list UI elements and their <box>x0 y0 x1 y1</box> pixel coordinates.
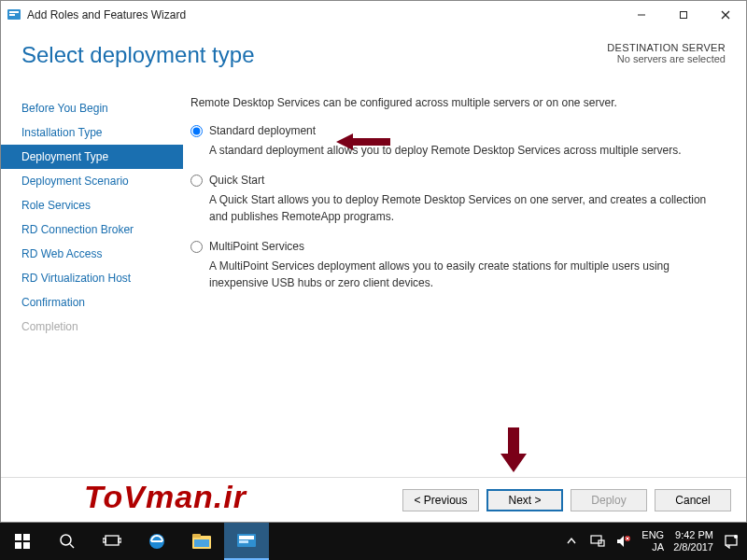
option-multipoint: MultiPoint Services A MultiPoint Service… <box>190 240 716 291</box>
previous-button[interactable]: < Previous <box>402 489 479 511</box>
option-quick-label: Quick Start <box>209 174 264 187</box>
svg-rect-24 <box>239 536 254 539</box>
option-multipoint-label: MultiPoint Services <box>209 240 304 253</box>
option-multipoint-row[interactable]: MultiPoint Services <box>190 240 716 253</box>
svg-rect-9 <box>15 534 21 540</box>
page-title: Select deployment type <box>21 42 607 68</box>
svg-rect-17 <box>119 539 121 542</box>
steps-sidebar: Before You Begin Installation Type Deplo… <box>1 96 183 477</box>
option-standard-row[interactable]: Standard deployment <box>190 124 716 137</box>
start-button[interactable] <box>0 523 45 560</box>
lang-primary: ENG <box>641 529 664 541</box>
deploy-button: Deploy <box>571 489 647 511</box>
button-bar: < Previous Next > Deploy Cancel <box>1 477 746 522</box>
svg-rect-22 <box>194 539 209 547</box>
svg-rect-12 <box>23 542 30 549</box>
svg-marker-28 <box>617 536 624 547</box>
svg-rect-25 <box>239 540 248 543</box>
tray-notifications-icon[interactable] <box>723 534 740 549</box>
svg-point-33 <box>734 535 738 539</box>
page-header: Select deployment type DESTINATION SERVE… <box>1 29 746 74</box>
svg-rect-11 <box>15 542 21 549</box>
cancel-button[interactable]: Cancel <box>655 489 731 511</box>
radio-multipoint[interactable] <box>190 241 203 253</box>
maximize-button[interactable] <box>662 2 704 29</box>
svg-marker-8 <box>500 427 527 472</box>
option-multipoint-desc: A MultiPoint Services deployment allows … <box>209 259 716 291</box>
svg-rect-2 <box>9 14 15 16</box>
destination-info: DESTINATION SERVER No servers are select… <box>607 42 726 68</box>
svg-point-13 <box>61 535 71 545</box>
option-quick-desc: A Quick Start allows you to deploy Remot… <box>209 192 716 225</box>
tray-chevron-icon[interactable] <box>563 537 580 546</box>
wizard-window: Add Roles and Features Wizard Select dep… <box>0 0 747 523</box>
search-button[interactable] <box>45 523 90 560</box>
svg-rect-16 <box>103 539 106 542</box>
window-title: Add Roles and Features Wizard <box>27 8 186 21</box>
next-button[interactable]: Next > <box>486 489 563 511</box>
svg-rect-15 <box>106 536 119 545</box>
step-deployment-type[interactable]: Deployment Type <box>1 145 183 169</box>
svg-rect-4 <box>680 12 686 19</box>
taskbar-server-manager-icon[interactable] <box>224 523 269 560</box>
tray-network-icon[interactable] <box>589 535 606 548</box>
step-confirmation[interactable]: Confirmation <box>1 290 183 315</box>
radio-standard-deployment[interactable] <box>190 125 203 137</box>
intro-text: Remote Desktop Services can be configure… <box>190 96 716 109</box>
minimize-button[interactable] <box>620 2 662 29</box>
taskbar-explorer-icon[interactable] <box>179 523 224 560</box>
tray-volume-icon[interactable] <box>615 535 632 548</box>
svg-marker-7 <box>336 133 390 150</box>
step-before-you-begin[interactable]: Before You Begin <box>1 96 183 120</box>
annotation-arrow-standard <box>336 131 392 153</box>
task-view-button[interactable] <box>90 523 134 560</box>
taskbar: ENG JA 9:42 PM 2/8/2017 <box>0 523 747 560</box>
titlebar: Add Roles and Features Wizard <box>1 1 746 29</box>
lang-secondary: JA <box>652 541 664 553</box>
step-completion: Completion <box>1 315 183 339</box>
taskbar-ie-icon[interactable] <box>134 523 179 560</box>
annotation-arrow-next <box>500 427 527 472</box>
step-rd-web-access[interactable]: RD Web Access <box>1 242 183 266</box>
svg-line-14 <box>70 544 74 548</box>
svg-rect-21 <box>192 534 201 538</box>
option-standard-label: Standard deployment <box>209 124 316 137</box>
app-icon <box>7 7 21 22</box>
destination-label: DESTINATION SERVER <box>607 42 726 53</box>
tray-language[interactable]: ENG JA <box>641 529 664 553</box>
svg-rect-26 <box>591 536 601 543</box>
option-standard-desc: A standard deployment allows you to depl… <box>209 143 716 159</box>
system-tray: ENG JA 9:42 PM 2/8/2017 <box>563 529 747 553</box>
destination-value: No servers are selected <box>607 53 726 64</box>
option-quick-row[interactable]: Quick Start <box>190 174 716 187</box>
step-rd-virtualization-host[interactable]: RD Virtualization Host <box>1 266 183 290</box>
step-rd-connection-broker[interactable]: RD Connection Broker <box>1 217 183 242</box>
close-button[interactable] <box>704 2 746 29</box>
main-content: Remote Desktop Services can be configure… <box>183 96 726 477</box>
svg-rect-1 <box>9 11 19 13</box>
option-standard-deployment: Standard deployment A standard deploymen… <box>190 124 716 159</box>
svg-rect-10 <box>23 534 30 540</box>
step-role-services[interactable]: Role Services <box>1 193 183 217</box>
tray-clock[interactable]: 9:42 PM 2/8/2017 <box>673 529 713 553</box>
radio-quick-start[interactable] <box>190 175 203 187</box>
step-deployment-scenario[interactable]: Deployment Scenario <box>1 169 183 193</box>
tray-date: 2/8/2017 <box>673 541 713 553</box>
step-installation-type[interactable]: Installation Type <box>1 120 183 145</box>
option-quick-start: Quick Start A Quick Start allows you to … <box>190 174 716 225</box>
tray-time: 9:42 PM <box>675 529 713 541</box>
